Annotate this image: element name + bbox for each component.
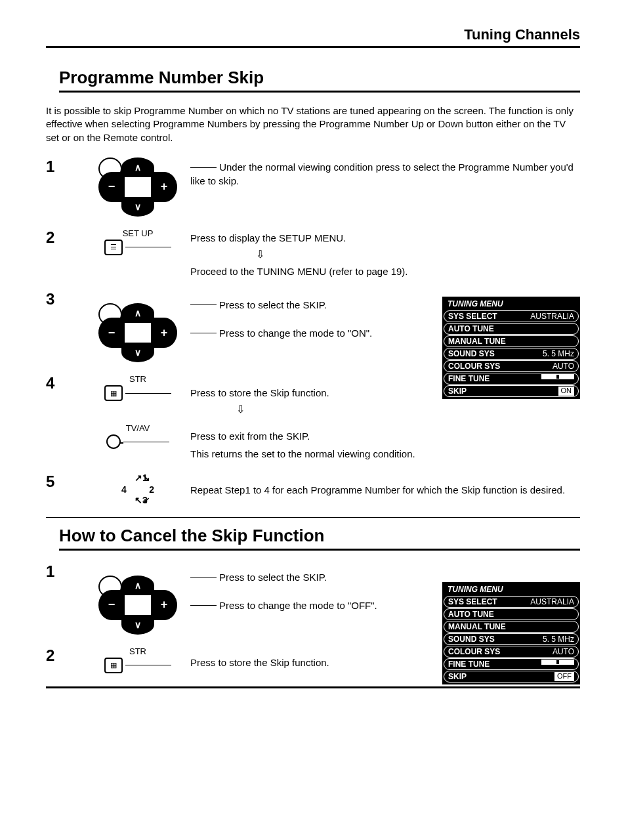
step-2: 2 SET UP ☰ Press to display the SETUP ME… bbox=[46, 228, 580, 278]
setup-label: SET UP bbox=[123, 228, 154, 238]
str-button-icon: ▦ bbox=[104, 385, 123, 401]
str-label: STR bbox=[129, 374, 146, 384]
section-title-cancel: How to Cancel the Skip Function bbox=[59, 526, 580, 551]
step-5: 5 ↗1↘ 4 2 ↖3↙ Repeat Step1 to 4 for each… bbox=[46, 472, 580, 505]
step-number: 2 bbox=[46, 228, 85, 247]
step-number: 4 bbox=[46, 374, 85, 392]
leader-line bbox=[190, 304, 217, 305]
step-4-text3: This returns the set to the normal viewi… bbox=[190, 447, 580, 461]
step-number: 3 bbox=[46, 290, 85, 308]
leader-line bbox=[190, 577, 217, 578]
step-4: 4 STR ▦ TV/AV Press to store the Skip fu… bbox=[46, 374, 580, 460]
step-4-text2: Press to exit from the SKIP. bbox=[190, 429, 580, 443]
cancel-step-2: 2 STR ▦ Press to store the Skip function… bbox=[46, 646, 580, 673]
cancel-1-text1: Press to select the SKIP. bbox=[219, 570, 327, 584]
section-title-skip: Programme Number Skip bbox=[59, 68, 580, 93]
cancel-1-text2: Press to change the mode to "OFF". bbox=[219, 598, 377, 612]
step-3-text1: Press to select the SKIP. bbox=[219, 298, 327, 312]
menu-title: TUNING MENU bbox=[444, 298, 579, 310]
leader-line bbox=[125, 247, 171, 247]
step-number: 1 bbox=[46, 158, 85, 176]
tvav-button-icon bbox=[106, 434, 121, 449]
cancel-2-text: Press to store the Skip function. bbox=[190, 657, 329, 668]
leader-line bbox=[125, 665, 171, 665]
page-header: Tuning Channels bbox=[46, 26, 580, 48]
step-2-text2: Proceed to the TUNING MENU (refer to pag… bbox=[190, 264, 580, 278]
dpad-icon: ∧ ∨ − + bbox=[98, 158, 177, 217]
step-5-text: Repeat Step1 to 4 for each Programme Num… bbox=[190, 484, 565, 495]
dpad-icon: ∧ ∨ − + bbox=[98, 576, 177, 635]
setup-button-icon: ☰ bbox=[104, 240, 123, 255]
step-number: 2 bbox=[46, 646, 85, 665]
step-3: 3 ∧ ∨ − + Press to select the SKIP. Pres… bbox=[46, 290, 580, 362]
dpad-icon: ∧ ∨ − + bbox=[98, 303, 177, 362]
step-1-text: Under the normal viewing condition press… bbox=[190, 161, 574, 186]
arrow-down-icon: ⇩ bbox=[256, 247, 264, 262]
leader-line bbox=[190, 605, 217, 606]
intro-text: It is possible to skip Programme Number … bbox=[46, 104, 580, 144]
step-number: 5 bbox=[46, 472, 85, 491]
leader-line bbox=[123, 442, 169, 442]
arrow-down-icon: ⇩ bbox=[236, 402, 245, 417]
tvav-label: TV/AV bbox=[126, 423, 150, 433]
step-number: 1 bbox=[46, 562, 85, 581]
step-3-text2: Press to change the mode to "ON". bbox=[219, 326, 372, 340]
leader-line bbox=[125, 393, 171, 394]
leader-line bbox=[190, 333, 217, 333]
step-2-text1: Press to display the SETUP MENU. bbox=[190, 231, 580, 245]
str-button-icon: ▦ bbox=[104, 658, 123, 673]
step-1: 1 ∧ ∨ − + Under the normal viewing condi… bbox=[46, 158, 580, 217]
cancel-step-1: 1 ∧ ∨ − + Press to select the SKIP. Pres… bbox=[46, 562, 580, 635]
step-4-text1: Press to store the Skip function. bbox=[190, 386, 580, 400]
menu-title: TUNING MENU bbox=[444, 583, 579, 595]
str-label: STR bbox=[129, 646, 146, 656]
repeat-cycle-icon: ↗1↘ 4 2 ↖3↙ bbox=[121, 472, 154, 505]
leader-line bbox=[190, 167, 217, 168]
